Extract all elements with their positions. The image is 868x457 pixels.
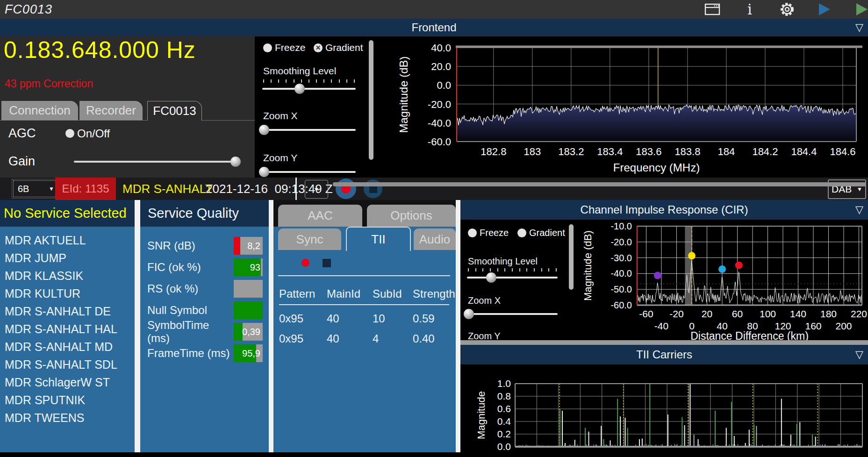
- channel-select[interactable]: 6B ▼: [13, 180, 59, 197]
- decoder-scrollbar[interactable]: [456, 200, 460, 452]
- gradient-radio[interactable]: ✕: [314, 43, 323, 52]
- svg-text:220: 220: [851, 308, 867, 319]
- record-indicator-icon[interactable]: [301, 259, 309, 267]
- tii-cell: 0x95: [279, 305, 327, 325]
- svg-text:Frequency (MHz): Frequency (MHz): [613, 161, 700, 174]
- quality-bar: [234, 280, 263, 298]
- tii-table-row[interactable]: 0x9540100.59: [279, 305, 449, 325]
- service-list-item[interactable]: MDR S-ANHALT MD: [0, 338, 135, 356]
- agc-radio[interactable]: [65, 129, 74, 138]
- tuner-tab-fc0013[interactable]: FC0013: [147, 101, 202, 121]
- controls-scrollbar[interactable]: [369, 40, 373, 160]
- gradient-control[interactable]: ✕ Gradient: [314, 42, 363, 53]
- cir-smoothing-slider[interactable]: [467, 272, 558, 283]
- cir-gradient-control[interactable]: Gradient: [517, 228, 565, 238]
- service-list-item[interactable]: MDR KLASSIK: [0, 267, 135, 285]
- svg-text:183.6: 183.6: [636, 146, 661, 157]
- collapse-triangle-icon[interactable]: ▽: [855, 350, 863, 360]
- stop-indicator-icon[interactable]: [323, 259, 331, 267]
- svg-text:Magnitude (dB): Magnitude (dB): [397, 56, 410, 133]
- tab-aac[interactable]: AAC: [278, 205, 362, 227]
- cir-plot: -10.0-20.0-30.0-40.0-50.0-60.0-60-202060…: [575, 220, 868, 340]
- service-list-item[interactable]: MDR KULTUR: [0, 285, 135, 302]
- service-list-item[interactable]: MDR JUMP: [0, 249, 135, 267]
- spectrum-h-scrollbar[interactable]: [333, 182, 866, 186]
- play-icon-green[interactable]: [854, 2, 868, 16]
- svg-text:0.0: 0.0: [497, 441, 511, 451]
- tuner-tab-recorder[interactable]: Recorder: [79, 101, 143, 120]
- quality-value: 93: [250, 262, 260, 273]
- svg-text:-20.0: -20.0: [428, 99, 451, 110]
- service-list-item[interactable]: MDR S-ANHALT SDL: [0, 356, 135, 373]
- cir-panel-header: Channel Impulse Response (CIR) ▽: [460, 200, 868, 220]
- service-list-item[interactable]: MDR S-ANHALT HAL: [0, 320, 135, 338]
- play-icon-blue[interactable]: [817, 2, 832, 16]
- tii-col-strength: Strength: [413, 287, 455, 304]
- freeze-radio[interactable]: [263, 43, 272, 52]
- svg-text:184.6: 184.6: [830, 146, 855, 157]
- cir-zoom-x-slider[interactable]: [467, 308, 558, 320]
- selected-service-label: No Service Selected: [4, 206, 127, 221]
- freeze-label: Freeze: [480, 228, 509, 238]
- gradient-radio[interactable]: [517, 228, 526, 237]
- collapse-triangle-icon[interactable]: ▽: [855, 22, 863, 33]
- freeze-radio[interactable]: [468, 228, 477, 237]
- window-title: FC0013: [5, 2, 52, 17]
- gain-label: Gain: [8, 154, 74, 169]
- quality-bar: [234, 301, 263, 319]
- freeze-control[interactable]: Freeze: [263, 42, 305, 53]
- service-list-item[interactable]: MDR SchlagerW ST: [0, 373, 135, 391]
- quality-scrollbar[interactable]: [269, 200, 273, 452]
- svg-text:-60.0: -60.0: [610, 300, 632, 310]
- svg-text:Magnitude (dB): Magnitude (dB): [582, 230, 594, 300]
- chevron-down-icon: ▼: [314, 186, 320, 193]
- tab-sync[interactable]: Sync: [278, 228, 341, 250]
- tab-divider: [0, 120, 255, 121]
- service-list-item[interactable]: MDR AKTUELL: [0, 231, 135, 249]
- quality-row: SNR (dB)8,2: [140, 235, 269, 257]
- collapse-triangle-icon[interactable]: ▽: [855, 205, 863, 215]
- tab-tii[interactable]: TII: [346, 227, 411, 251]
- quality-value: 0,39: [242, 327, 260, 337]
- tii-col-subid: SubId: [373, 287, 413, 304]
- tab-options[interactable]: Options: [367, 205, 456, 227]
- service-quality-header: Service Quality: [140, 200, 269, 227]
- gain-slider[interactable]: [74, 156, 241, 167]
- cir-h-scrollbar[interactable]: [460, 340, 868, 345]
- cir-controls-scrollbar[interactable]: [569, 224, 574, 290]
- info-icon[interactable]: i: [742, 2, 758, 16]
- service-list-panel: No Service Selected MDR AKTUELLMDR JUMPM…: [0, 200, 135, 452]
- service-list-scrollbar[interactable]: [135, 200, 140, 452]
- tab-audio[interactable]: Audio: [414, 228, 456, 250]
- quality-row: Null Symbol: [140, 300, 269, 321]
- zoom-y-slider[interactable]: [262, 166, 356, 178]
- main-area: No Service Selected MDR AKTUELLMDR JUMPM…: [0, 200, 868, 452]
- svg-text:0.8: 0.8: [497, 391, 511, 401]
- tuner-tab-connection[interactable]: Connection: [1, 101, 78, 120]
- tuner-panel: 0.183.648.000 Hz 43 ppm Correction Conne…: [0, 36, 255, 178]
- settings-gear-icon[interactable]: [779, 2, 795, 16]
- smoothing-ticks: [468, 268, 557, 272]
- agc-option-label: On/Off: [77, 127, 110, 140]
- quality-row: FrameTime (ms)95,9: [140, 343, 269, 364]
- svg-text:0.2: 0.2: [497, 428, 511, 439]
- record-options-button[interactable]: ▼: [305, 180, 328, 199]
- window-icon[interactable]: [704, 2, 720, 16]
- service-list-item[interactable]: MDR SPUTNIK: [0, 391, 135, 409]
- ensemble-id-badge: EId: 1135: [55, 178, 116, 200]
- tii-table-row[interactable]: 0x954040.40: [279, 325, 449, 345]
- quality-rows: SNR (dB)8,2FIC (ok %)93RS (ok %)Null Sym…: [140, 227, 269, 452]
- svg-text:-10.0: -10.0: [610, 221, 632, 231]
- zoom-x-slider[interactable]: [262, 124, 356, 136]
- smoothing-slider[interactable]: [262, 83, 356, 94]
- tii-cell: 4: [373, 325, 413, 345]
- tii-cell: 40: [327, 325, 373, 345]
- service-quality-panel: Service Quality SNR (dB)8,2FIC (ok %)93R…: [140, 200, 269, 452]
- service-list-item[interactable]: MDR TWEENS: [0, 409, 135, 427]
- record-button[interactable]: [336, 179, 356, 199]
- spectrum-controls: Freeze ✕ Gradient Smoothing Level Zoom X…: [255, 36, 374, 178]
- service-list-item[interactable]: MDR S-ANHALT DE: [0, 302, 135, 320]
- service-list: MDR AKTUELLMDR JUMPMDR KLASSIKMDR KULTUR…: [0, 227, 135, 452]
- cir-freeze-control[interactable]: Freeze: [468, 228, 509, 238]
- tii-cell: 40: [327, 305, 373, 325]
